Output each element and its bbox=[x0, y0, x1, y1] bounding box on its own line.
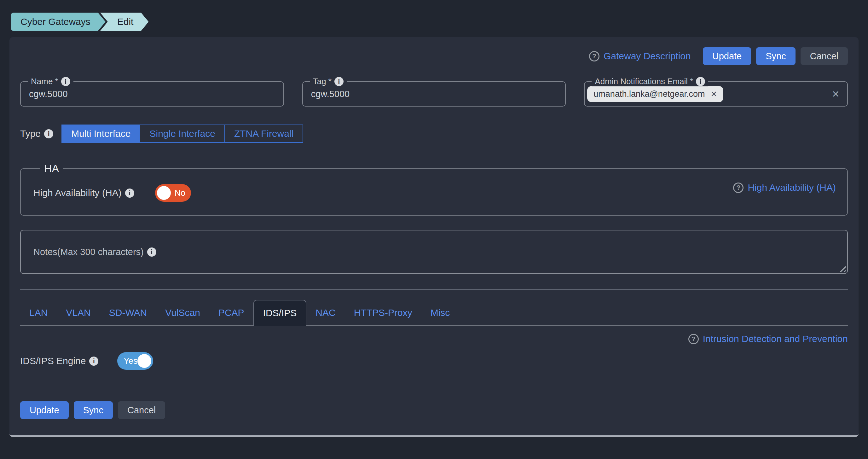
gateway-edit-panel: ? Gateway Description Update Sync Cancel… bbox=[9, 37, 859, 437]
clear-field-icon[interactable]: ✕ bbox=[832, 89, 840, 100]
notes-placeholder: Notes(Max 300 characters) i bbox=[33, 247, 156, 257]
name-field[interactable]: Name * i cgw.5000 bbox=[20, 81, 284, 106]
ids-engine-toggle[interactable]: Yes bbox=[117, 352, 153, 370]
tab-pcap[interactable]: PCAP bbox=[209, 301, 253, 325]
header-actions: ? Gateway Description Update Sync Cancel bbox=[20, 47, 848, 65]
ha-section: HA ? High Availability (HA) High Availab… bbox=[20, 162, 848, 216]
ids-engine-label: IDS/IPS Engine i bbox=[20, 356, 98, 366]
admin-email-field[interactable]: Admin Notifications Email * i umanath.la… bbox=[584, 81, 848, 106]
notes-textarea[interactable]: Notes(Max 300 characters) i bbox=[20, 230, 848, 274]
high-availability-help-label: High Availability (HA) bbox=[748, 182, 836, 193]
high-availability-help-link[interactable]: ? High Availability (HA) bbox=[733, 182, 836, 193]
update-button-top[interactable]: Update bbox=[703, 47, 751, 65]
intrusion-detection-help-label: Intrusion Detection and Prevention bbox=[703, 334, 848, 344]
type-option-ztna-firewall[interactable]: ZTNA Firewall bbox=[224, 124, 303, 143]
tab-https-proxy[interactable]: HTTPS-Proxy bbox=[345, 301, 422, 325]
info-icon: i bbox=[89, 357, 98, 366]
type-label: Type i bbox=[20, 128, 53, 139]
info-icon: i bbox=[147, 247, 156, 256]
info-icon: i bbox=[44, 129, 53, 139]
type-segmented-control: Multi Interface Single Interface ZTNA Fi… bbox=[61, 124, 303, 143]
ha-toggle[interactable]: No bbox=[155, 184, 191, 202]
tab-ids-ips[interactable]: IDS/IPS bbox=[253, 300, 307, 326]
type-row: Type i Multi Interface Single Interface … bbox=[20, 124, 848, 143]
resize-handle[interactable] bbox=[837, 264, 846, 272]
info-icon: i bbox=[696, 77, 705, 86]
tag-field-label: Tag * i bbox=[310, 76, 347, 86]
cancel-button-top[interactable]: Cancel bbox=[801, 47, 848, 65]
tab-vlan[interactable]: VLAN bbox=[57, 301, 100, 325]
gateway-description-link[interactable]: ? Gateway Description bbox=[589, 51, 691, 61]
footer-actions: Update Sync Cancel bbox=[20, 401, 848, 419]
toggle-knob bbox=[157, 186, 171, 200]
ha-section-legend: HA bbox=[40, 162, 63, 175]
tab-lan[interactable]: LAN bbox=[20, 301, 57, 325]
help-icon: ? bbox=[688, 334, 699, 344]
info-icon: i bbox=[61, 77, 70, 86]
breadcrumb-item-cyber-gateways[interactable]: Cyber Gateways bbox=[11, 12, 105, 31]
cancel-button-bottom[interactable]: Cancel bbox=[118, 401, 165, 419]
section-divider bbox=[20, 289, 848, 290]
admin-email-field-label: Admin Notifications Email * i bbox=[592, 76, 708, 86]
type-option-multi-interface[interactable]: Multi Interface bbox=[61, 124, 140, 143]
tab-vulscan[interactable]: VulScan bbox=[156, 301, 209, 325]
email-chip: umanath.lanka@netgear.com ✕ bbox=[587, 86, 723, 102]
tab-bar: LAN VLAN SD-WAN VulScan PCAP IDS/IPS NAC… bbox=[20, 300, 848, 326]
ha-toggle-value: No bbox=[175, 184, 186, 202]
intrusion-detection-help-link[interactable]: ? Intrusion Detection and Prevention bbox=[688, 333, 848, 345]
ids-engine-row: IDS/IPS Engine i Yes bbox=[20, 352, 848, 370]
ha-toggle-row: High Availability (HA) i No bbox=[33, 184, 836, 202]
sync-button-bottom[interactable]: Sync bbox=[74, 401, 113, 419]
update-button-bottom[interactable]: Update bbox=[20, 401, 69, 419]
name-field-label: Name * i bbox=[28, 76, 73, 86]
email-chip-text: umanath.lanka@netgear.com bbox=[593, 89, 705, 99]
toggle-knob bbox=[137, 354, 151, 368]
fields-row: Name * i cgw.5000 Tag * i cgw.5000 Admin… bbox=[20, 81, 848, 106]
breadcrumb-item-edit[interactable]: Edit bbox=[100, 12, 149, 31]
ids-engine-toggle-value: Yes bbox=[124, 352, 137, 370]
sync-button-top[interactable]: Sync bbox=[756, 47, 795, 65]
type-option-single-interface[interactable]: Single Interface bbox=[140, 124, 225, 143]
info-icon: i bbox=[334, 77, 344, 86]
info-icon: i bbox=[125, 188, 134, 198]
tab-nac[interactable]: NAC bbox=[306, 301, 344, 325]
chip-remove-icon[interactable]: ✕ bbox=[710, 90, 717, 99]
ha-toggle-label: High Availability (HA) i bbox=[33, 188, 134, 198]
ids-help-row: ? Intrusion Detection and Prevention bbox=[20, 333, 848, 345]
tag-field[interactable]: Tag * i cgw.5000 bbox=[302, 81, 566, 106]
breadcrumb: Cyber Gateways Edit bbox=[11, 12, 868, 31]
tab-misc[interactable]: Misc bbox=[422, 301, 459, 325]
tab-sd-wan[interactable]: SD-WAN bbox=[100, 301, 156, 325]
gateway-description-label: Gateway Description bbox=[603, 51, 691, 61]
help-icon: ? bbox=[589, 51, 599, 61]
help-icon: ? bbox=[733, 183, 744, 193]
